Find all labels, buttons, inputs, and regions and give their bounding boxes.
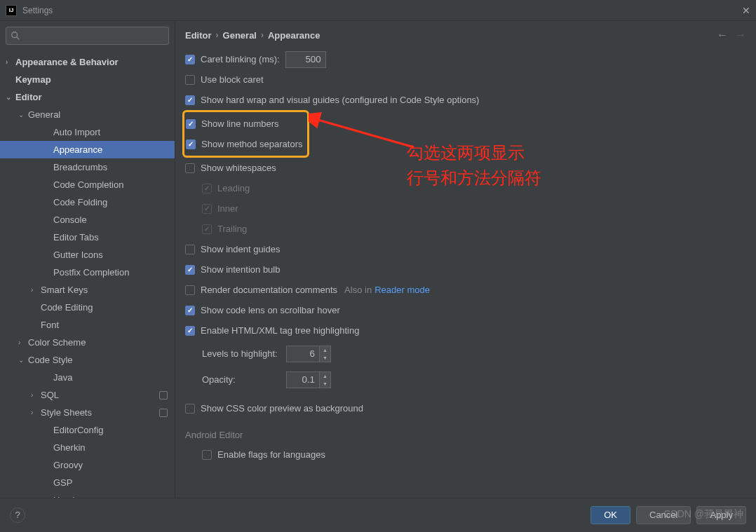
show-indent-guides-label: Show indent guides: [201, 244, 280, 254]
sidebar-item-smart-keys[interactable]: ›Smart Keys: [0, 281, 175, 299]
sidebar-item-editor-tabs[interactable]: Editor Tabs: [0, 229, 175, 246]
sidebar-item-code-completion[interactable]: Code Completion: [0, 176, 175, 193]
breadcrumb-sep-icon: ›: [216, 30, 219, 40]
opacity-spinner[interactable]: ▲▼: [286, 371, 331, 388]
opacity-input[interactable]: [286, 371, 320, 388]
sidebar-item-style-sheets[interactable]: ›Style Sheets: [0, 404, 175, 421]
caret-blinking-checkbox[interactable]: [185, 55, 195, 64]
show-intention-bulb-label: Show intention bulb: [201, 264, 280, 275]
search-input-wrapper[interactable]: [6, 27, 169, 45]
sidebar-item-label: Code Editing: [41, 302, 93, 313]
leading-checkbox[interactable]: [202, 184, 212, 193]
inner-checkbox[interactable]: [202, 204, 212, 214]
svg-point-0: [12, 32, 18, 38]
apply-button[interactable]: Apply: [696, 506, 746, 524]
sidebar-item-label: Keymap: [15, 74, 51, 85]
show-line-numbers-label: Show line numbers: [201, 118, 279, 129]
use-block-caret-checkbox[interactable]: [185, 75, 195, 85]
sidebar-item-color-scheme[interactable]: ›Color Scheme: [0, 334, 175, 351]
sidebar-item-auto-import[interactable]: Auto Import: [0, 123, 175, 141]
show-code-lens-checkbox[interactable]: [185, 306, 195, 315]
sidebar-item-label: Font: [41, 320, 59, 330]
enable-html-xml-label: Enable HTML/XML tag tree highlighting: [201, 325, 359, 336]
spinner-up-icon[interactable]: ▲: [320, 372, 330, 380]
sidebar-item-label: Appearance & Behavior: [15, 57, 119, 67]
trailing-checkbox[interactable]: [202, 224, 212, 234]
sidebar-item-gherkin[interactable]: Gherkin: [0, 439, 175, 456]
caret-blinking-label: Caret blinking (ms):: [201, 54, 280, 64]
sidebar-item-code-folding[interactable]: Code Folding: [0, 193, 175, 211]
sidebar-item-label: Color Scheme: [28, 337, 86, 348]
spinner-down-icon[interactable]: ▼: [320, 354, 330, 362]
plugin-badge-icon: [159, 409, 168, 417]
opacity-label: Opacity:: [202, 374, 286, 385]
use-block-caret-label: Use block caret: [201, 74, 264, 85]
sidebar-item-appearance[interactable]: Appearance: [0, 141, 175, 158]
android-editor-section: Android Editor: [185, 430, 746, 440]
sidebar-item-label: Editor Tabs: [53, 232, 99, 243]
chevron-icon: ›: [6, 58, 15, 66]
close-icon[interactable]: ✕: [742, 5, 750, 16]
forward-icon[interactable]: →: [735, 29, 746, 41]
chevron-icon: ›: [31, 391, 41, 399]
chevron-icon: ⌄: [18, 356, 28, 364]
sidebar-item-editor[interactable]: ⌄Editor: [0, 88, 175, 106]
show-css-preview-checkbox[interactable]: [185, 404, 195, 414]
sidebar-item-label: Haml: [53, 495, 74, 498]
svg-line-1: [17, 37, 20, 40]
sidebar-item-label: Postfix Completion: [53, 267, 129, 278]
sidebar-item-breadcrumbs[interactable]: Breadcrumbs: [0, 158, 175, 176]
sidebar-item-label: Code Style: [28, 355, 73, 365]
sidebar-item-postfix-completion[interactable]: Postfix Completion: [0, 264, 175, 281]
caret-blinking-input[interactable]: [285, 51, 326, 68]
show-hard-wrap-checkbox[interactable]: [185, 95, 195, 105]
chevron-icon: ⌄: [18, 111, 28, 118]
sidebar-item-code-style[interactable]: ⌄Code Style: [0, 351, 175, 369]
sidebar-item-label: Auto Import: [53, 127, 100, 137]
sidebar-item-sql[interactable]: ›SQL: [0, 386, 175, 404]
also-in-hint: Also in: [344, 285, 372, 295]
help-button[interactable]: ?: [10, 507, 25, 523]
sidebar-item-appearance-behavior[interactable]: ›Appearance & Behavior: [0, 53, 175, 71]
ok-button[interactable]: OK: [590, 506, 630, 524]
sidebar-item-console[interactable]: Console: [0, 211, 175, 229]
settings-tree[interactable]: ›Appearance & BehaviorKeymap⌄Editor⌄Gene…: [0, 50, 175, 498]
breadcrumb-sep-icon: ›: [261, 30, 264, 40]
trailing-label: Trailing: [217, 224, 247, 234]
render-doc-label: Render documentation comments: [201, 285, 337, 295]
sidebar-item-java[interactable]: Java: [0, 369, 175, 386]
spinner-up-icon[interactable]: ▲: [320, 346, 330, 354]
render-doc-checkbox[interactable]: [185, 285, 195, 295]
sidebar-item-groovy[interactable]: Groovy: [0, 456, 175, 474]
sidebar-item-label: EditorConfig: [53, 425, 104, 435]
enable-html-xml-checkbox[interactable]: [185, 326, 195, 336]
levels-input[interactable]: [286, 346, 320, 362]
sidebar-item-general[interactable]: ⌄General: [0, 106, 175, 123]
sidebar-item-haml[interactable]: Haml: [0, 491, 175, 498]
show-line-numbers-checkbox[interactable]: [186, 119, 196, 129]
inner-label: Inner: [217, 203, 238, 214]
sidebar-item-keymap[interactable]: Keymap: [0, 71, 175, 88]
back-icon[interactable]: ←: [717, 29, 728, 41]
breadcrumb-part: Editor: [185, 30, 212, 41]
spinner-down-icon[interactable]: ▼: [320, 380, 330, 388]
levels-spinner[interactable]: ▲▼: [286, 346, 331, 362]
sidebar-item-label: Code Folding: [53, 197, 107, 207]
sidebar-item-label: SQL: [41, 390, 59, 400]
leading-label: Leading: [217, 183, 250, 193]
show-whitespaces-checkbox[interactable]: [185, 163, 195, 173]
show-indent-guides-checkbox[interactable]: [185, 245, 195, 254]
breadcrumb-part: General: [223, 30, 257, 41]
enable-flags-checkbox[interactable]: [202, 450, 212, 460]
reader-mode-link[interactable]: Reader mode: [374, 285, 430, 295]
show-method-separators-checkbox[interactable]: [186, 139, 196, 149]
window-title: Settings: [22, 6, 53, 15]
sidebar-item-gsp[interactable]: GSP: [0, 474, 175, 491]
sidebar-item-editorconfig[interactable]: EditorConfig: [0, 421, 175, 439]
sidebar-item-code-editing[interactable]: Code Editing: [0, 299, 175, 316]
search-input[interactable]: [23, 31, 164, 41]
sidebar-item-gutter-icons[interactable]: Gutter Icons: [0, 246, 175, 264]
show-intention-bulb-checkbox[interactable]: [185, 265, 195, 275]
cancel-button[interactable]: Cancel: [636, 506, 691, 524]
sidebar-item-font[interactable]: Font: [0, 316, 175, 334]
